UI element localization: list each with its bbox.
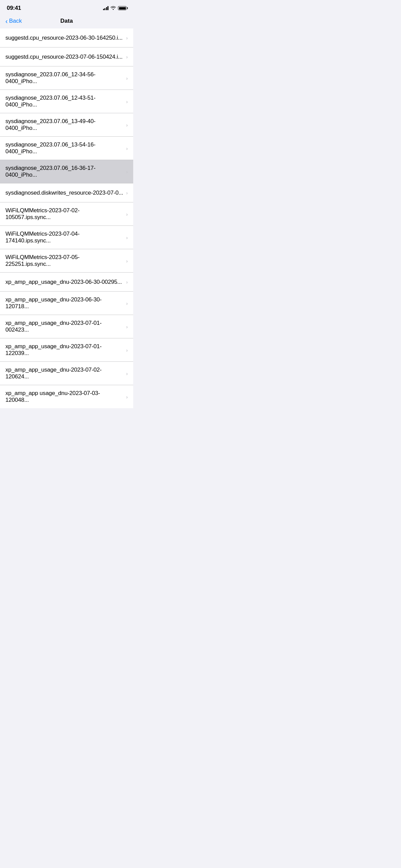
list-item-chevron-icon: ›: [126, 279, 128, 285]
list-item-chevron-icon: ›: [126, 122, 128, 128]
back-button[interactable]: ‹ Back: [5, 18, 22, 24]
list-item-chevron-icon: ›: [126, 211, 128, 217]
nav-bar: ‹ Back Data: [0, 15, 133, 28]
list-item-label: WiFiLQMMetrics-2023-07-02-105057.ips.syn…: [5, 207, 126, 221]
list-item-label: suggestd.cpu_resource-2023-06-30-164250.…: [5, 35, 126, 41]
list-item-label: sysdiagnose_2023.07.06_13-54-16-0400_iPh…: [5, 141, 126, 155]
wifi-icon: [111, 5, 116, 11]
list-item[interactable]: sysdiagnose_2023.07.06_13-49-40-0400_iPh…: [0, 113, 133, 137]
list-item-label: xp_amp_app_usage_dnu-2023-06-30-00295...: [5, 279, 126, 285]
list-item-chevron-icon: ›: [126, 35, 128, 41]
list-item-label: sysdiagnose_2023.07.06_16-36-17-0400_iPh…: [5, 165, 126, 178]
list-item-label: sysdiagnose_2023.07.06_13-49-40-0400_iPh…: [5, 118, 126, 132]
list-item-label: WiFiLQMMetrics-2023-07-05-225251.ips.syn…: [5, 254, 126, 268]
list-item[interactable]: WiFiLQMMetrics-2023-07-02-105057.ips.syn…: [0, 202, 133, 226]
list-item-label: xp_amp_app_usage_dnu-2023-07-01-002423..…: [5, 320, 126, 333]
list-item-chevron-icon: ›: [126, 99, 128, 104]
list-item[interactable]: xp_amp_app_usage_dnu-2023-06-30-00295...…: [0, 273, 133, 292]
list-item-chevron-icon: ›: [126, 169, 128, 175]
back-label: Back: [9, 18, 22, 24]
list-item[interactable]: suggestd.cpu_resource-2023-06-30-164250.…: [0, 28, 133, 47]
status-time: 09:41: [7, 5, 21, 12]
list-item-label: WiFiLQMMetrics-2023-07-04-174140.ips.syn…: [5, 231, 126, 244]
list-item[interactable]: xp_amp_app_usage_dnu-2023-07-01-002423..…: [0, 315, 133, 338]
page-title: Data: [60, 18, 73, 24]
list-item[interactable]: xp_amp_app usage_dnu-2023-07-03-120048..…: [0, 385, 133, 408]
file-list: suggestd.cpu_resource-2023-06-30-164250.…: [0, 28, 133, 408]
list-item-label: sysdiagnose_2023.07.06_12-34-56-0400_iPh…: [5, 71, 126, 85]
list-item[interactable]: sysdiagnose_2023.07.06_12-43-51-0400_iPh…: [0, 90, 133, 113]
list-item-chevron-icon: ›: [126, 190, 128, 196]
list-item-chevron-icon: ›: [126, 347, 128, 353]
list-item[interactable]: xp_amp_app_usage_dnu-2023-07-01-122039..…: [0, 338, 133, 362]
list-item-chevron-icon: ›: [126, 300, 128, 306]
list-item-label: suggestd.cpu_resource-2023-07-06-150424.…: [5, 54, 126, 60]
list-item-chevron-icon: ›: [126, 394, 128, 400]
list-item-label: sysdiagnose_2023.07.06_12-43-51-0400_iPh…: [5, 95, 126, 108]
list-item[interactable]: sysdiagnose_2023.07.06_13-54-16-0400_iPh…: [0, 137, 133, 160]
list-item-chevron-icon: ›: [126, 145, 128, 151]
list-item[interactable]: suggestd.cpu_resource-2023-07-06-150424.…: [0, 47, 133, 66]
list-item-chevron-icon: ›: [126, 54, 128, 60]
list-item-label: xp_amp_app_usage_dnu-2023-06-30-120718..…: [5, 296, 126, 310]
list-item[interactable]: xp_amp_app_usage_dnu-2023-07-02-120624..…: [0, 362, 133, 385]
list-item-label: xp_amp_app_usage_dnu-2023-07-01-122039..…: [5, 343, 126, 357]
list-item-chevron-icon: ›: [126, 324, 128, 330]
list-item-chevron-icon: ›: [126, 371, 128, 376]
list-item-label: sysdiagnosed.diskwrites_resource-2023-07…: [5, 190, 126, 196]
back-chevron-icon: ‹: [5, 18, 8, 24]
list-item-chevron-icon: ›: [126, 235, 128, 240]
list-item-chevron-icon: ›: [126, 75, 128, 81]
list-item[interactable]: WiFiLQMMetrics-2023-07-05-225251.ips.syn…: [0, 249, 133, 273]
list-item-label: xp_amp_app usage_dnu-2023-07-03-120048..…: [5, 390, 126, 403]
list-item[interactable]: sysdiagnose_2023.07.06_12-34-56-0400_iPh…: [0, 66, 133, 90]
status-icons: [103, 5, 127, 11]
battery-icon: [118, 6, 126, 10]
list-item[interactable]: xp_amp_app_usage_dnu-2023-06-30-120718..…: [0, 292, 133, 315]
signal-icon: [103, 6, 109, 10]
list-item[interactable]: sysdiagnosed.diskwrites_resource-2023-07…: [0, 183, 133, 202]
list-item-chevron-icon: ›: [126, 258, 128, 264]
list-item-label: xp_amp_app_usage_dnu-2023-07-02-120624..…: [5, 367, 126, 380]
status-bar: 09:41: [0, 0, 133, 15]
list-item[interactable]: WiFiLQMMetrics-2023-07-04-174140.ips.syn…: [0, 226, 133, 249]
list-item[interactable]: sysdiagnose_2023.07.06_16-36-17-0400_iPh…: [0, 160, 133, 183]
